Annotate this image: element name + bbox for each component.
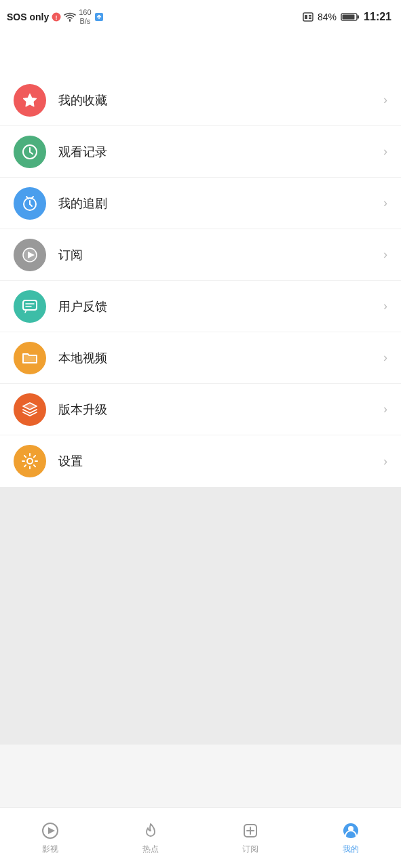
favorites-chevron: ›	[383, 93, 387, 107]
local-chevron: ›	[383, 351, 387, 365]
history-icon-wrap	[14, 136, 46, 168]
play-icon	[21, 246, 39, 264]
sos-text: SOS only	[7, 12, 49, 22]
mine-nav-label: 我的	[343, 844, 359, 855]
hot-nav-icon	[140, 821, 161, 841]
subscribe-chevron: ›	[383, 248, 387, 262]
mine-nav-icon	[341, 821, 361, 841]
settings-icon-wrap	[14, 445, 46, 477]
feedback-label: 用户反馈	[58, 298, 383, 315]
svg-marker-24	[23, 403, 37, 410]
subscribe-nav-label: 订阅	[242, 844, 259, 855]
top-spacer	[0, 34, 401, 75]
wifi-icon	[64, 12, 76, 22]
movies-nav-icon	[40, 821, 60, 841]
network-speed: 160B/s	[79, 8, 91, 26]
feedback-chevron: ›	[383, 299, 387, 313]
follow-chevron: ›	[383, 196, 387, 210]
nav-item-movies[interactable]: 影视	[0, 821, 100, 855]
svg-rect-21	[23, 300, 37, 310]
local-icon-wrap	[14, 342, 46, 374]
svg-line-13	[30, 152, 33, 154]
nav-item-hot[interactable]: 热点	[100, 821, 201, 855]
subscribe-icon-wrap	[14, 239, 46, 271]
alert-icon: !	[52, 12, 61, 22]
svg-rect-9	[343, 15, 355, 20]
history-chevron: ›	[383, 144, 387, 159]
favorites-icon-wrap	[14, 84, 46, 117]
movies-nav-label: 影视	[42, 844, 58, 855]
update-label: 版本升级	[58, 401, 383, 418]
follow-label: 我的追剧	[58, 195, 383, 212]
layers-icon	[21, 401, 39, 418]
sim-icon	[303, 12, 313, 22]
local-label: 本地视频	[58, 350, 383, 366]
favorites-label: 我的收藏	[58, 92, 383, 108]
subscribe-nav-icon	[240, 821, 261, 841]
menu-item-feedback[interactable]: 用户反馈 ›	[0, 281, 401, 332]
menu-item-history[interactable]: 观看记录 ›	[0, 126, 401, 178]
menu-item-local[interactable]: 本地视频 ›	[0, 332, 401, 384]
battery-percent: 84%	[318, 12, 337, 22]
history-label: 观看记录	[58, 144, 383, 160]
nav-item-subscribe[interactable]: 订阅	[201, 821, 301, 855]
alarm-icon	[21, 195, 39, 212]
bottom-nav: 影视 热点 订阅 我的	[0, 807, 401, 868]
hot-nav-label: 热点	[142, 844, 159, 855]
nav-item-mine[interactable]: 我的	[301, 821, 401, 855]
svg-rect-8	[358, 16, 360, 19]
settings-label: 设置	[58, 453, 383, 469]
menu-item-settings[interactable]: 设置 ›	[0, 435, 401, 487]
svg-rect-6	[309, 18, 311, 20]
status-icons: ! 160B/s	[52, 8, 103, 26]
menu-item-subscribe[interactable]: 订阅 ›	[0, 229, 401, 281]
svg-line-16	[30, 204, 32, 206]
svg-point-25	[27, 458, 33, 464]
svg-text:!: !	[56, 14, 58, 21]
upload-icon	[94, 12, 104, 22]
chat-icon	[21, 298, 39, 315]
menu-item-follow[interactable]: 我的追剧 ›	[0, 178, 401, 229]
menu-item-favorites[interactable]: 我的收藏 ›	[0, 75, 401, 126]
status-bar: SOS only ! 160B/s	[0, 0, 401, 34]
clock-icon	[21, 143, 39, 161]
star-icon	[21, 92, 39, 109]
feedback-icon-wrap	[14, 290, 46, 323]
status-right: 84% 11:21	[303, 11, 392, 23]
svg-marker-27	[48, 827, 55, 834]
menu-list: 我的收藏 › 观看记录 › 我的追剧 ›	[0, 75, 401, 487]
time: 11:21	[364, 11, 392, 23]
gray-area	[0, 487, 401, 745]
subscribe-label: 订阅	[58, 247, 383, 263]
svg-rect-4	[305, 15, 307, 19]
gear-icon	[21, 452, 39, 470]
settings-chevron: ›	[383, 454, 387, 469]
status-left: SOS only ! 160B/s	[7, 8, 104, 26]
follow-icon-wrap	[14, 187, 46, 220]
svg-marker-10	[23, 94, 37, 106]
update-icon-wrap	[14, 393, 46, 426]
battery-icon	[341, 12, 360, 22]
svg-rect-5	[309, 15, 311, 17]
folder-icon	[21, 349, 39, 367]
update-chevron: ›	[383, 402, 387, 416]
menu-item-update[interactable]: 版本升级 ›	[0, 384, 401, 435]
